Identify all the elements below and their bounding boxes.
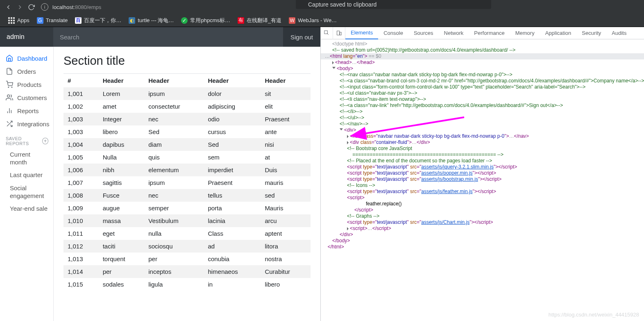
devtools-tabs: ElementsConsoleSourcesNetworkPerformance… [321, 27, 644, 39]
dashboard-icon [6, 55, 13, 62]
table-row: 1,014perinceptoshimenaeosCurabitur [63, 265, 311, 278]
toolbar-row: i localhost:8080/emps Capture saved to c… [0, 0, 644, 14]
bookmark-item[interactable]: 有在线翻译_有道 [235, 16, 284, 25]
bookmark-item[interactable]: GTranslate [34, 16, 70, 25]
search-wrap [53, 27, 283, 47]
site-info-icon[interactable]: i [41, 3, 48, 11]
saved-report-item[interactable]: Year-end sale [0, 203, 53, 216]
bookmark-item[interactable]: WWebJars - We… [286, 16, 339, 25]
url-host: localhost: [52, 4, 75, 10]
devtools-tab-performance[interactable]: Performance [469, 27, 510, 39]
orders-icon [6, 68, 13, 75]
inspect-element-icon[interactable] [321, 27, 333, 39]
clipboard-toast: Capture saved to clipboard [296, 0, 491, 9]
add-report-icon[interactable]: + [42, 138, 48, 144]
watermark: https://blog.csdn.net/weixin_44415928 [549, 312, 639, 318]
sidebar-item-reports[interactable]: Reports [0, 104, 53, 117]
data-table: #HeaderHeaderHeaderHeader 1,001Loremipsu… [63, 73, 311, 291]
table-row: 1,008Fuscenectellussed [63, 189, 311, 202]
admin-page: admin Sign out DashboardOrdersProductsCu… [0, 27, 320, 321]
reports-icon [6, 107, 13, 114]
sidebar-item-customers[interactable]: Customers [0, 91, 53, 104]
stage: admin Sign out DashboardOrdersProductsCu… [0, 27, 644, 321]
table-row: 1,003IntegernecodioPraesent [63, 113, 311, 125]
saved-report-item[interactable]: Last quarter [0, 169, 53, 182]
devtools-tab-console[interactable]: Console [378, 27, 408, 39]
table-row: 1,009auguesemperportaMauris [63, 202, 311, 214]
devtools-panel: ElementsConsoleSourcesNetworkPerformance… [320, 27, 644, 321]
table-row: 1,004dapibusdiamSednisi [63, 138, 311, 151]
url-port: 8080 [75, 4, 87, 10]
brand[interactable]: admin [0, 33, 53, 41]
bookmark-item[interactable]: Apps [6, 16, 32, 25]
svg-line-8 [7, 121, 9, 123]
table-row: 1,002ametconsecteturadipiscingelit [63, 100, 311, 113]
table-row: 1,001Loremipsumdolorsit [63, 87, 311, 100]
sidebar-item-dashboard[interactable]: Dashboard [0, 52, 53, 65]
integrations-icon [6, 120, 13, 127]
saved-reports-label: SAVED REPORTS [6, 136, 42, 146]
table-header-row: #HeaderHeaderHeaderHeader [63, 74, 311, 88]
sidebar-item-integrations[interactable]: Integrations [0, 117, 53, 130]
bookmarks-bar: AppsGTranslate百百度一下，你…◐turtle --- 海龟…✓常用… [0, 14, 644, 27]
table-row: 1,005Nullaquissemat [63, 151, 311, 164]
table-row: 1,007sagittisipsumPraesentmauris [63, 176, 311, 189]
bookmark-item[interactable]: ✓常用phpcms标… [179, 16, 233, 25]
col-header: Header [144, 74, 204, 88]
table-row: 1,015sodalesligulainlibero [63, 278, 311, 291]
page-topbar: admin Sign out [0, 27, 320, 47]
sidebar-item-orders[interactable]: Orders [0, 65, 53, 78]
table-row: 1,003liberoSedcursusante [63, 125, 311, 138]
table-row: 1,006nibhelementumimperdietDuis [63, 164, 311, 176]
devtools-tab-network[interactable]: Network [439, 27, 469, 39]
device-toolbar-icon[interactable] [333, 27, 345, 39]
elements-tree[interactable]: <!doctype html><!-- saved from url=(0052… [321, 39, 644, 321]
browser-chrome: i localhost:8080/emps Capture saved to c… [0, 0, 644, 27]
table-row: 1,013torquentperconubianostra [63, 253, 311, 265]
devtools-tab-application[interactable]: Application [540, 27, 577, 39]
col-header: Header [261, 74, 311, 88]
bookmark-item[interactable]: ◐turtle --- 海龟… [126, 16, 176, 25]
devtools-tab-audits[interactable]: Audits [606, 27, 632, 39]
url-path: /emps [87, 4, 101, 10]
sidebar: DashboardOrdersProductsCustomersReportsI… [0, 47, 54, 321]
saved-report-item[interactable]: Social engagement [0, 182, 53, 203]
reload-button[interactable] [25, 1, 37, 13]
svg-point-1 [11, 87, 12, 88]
table-row: 1,011egetnullaClassaptent [63, 227, 311, 240]
customers-icon [6, 94, 13, 101]
main-content: Section title #HeaderHeaderHeaderHeader … [54, 47, 320, 321]
sidebar-item-products[interactable]: Products [0, 78, 53, 91]
saved-report-item[interactable]: Current month [0, 148, 53, 169]
devtools-tab-security[interactable]: Security [576, 27, 606, 39]
devtools-tab-memory[interactable]: Memory [510, 27, 540, 39]
search-input[interactable] [53, 27, 283, 47]
products-icon [6, 81, 13, 88]
section-title: Section title [63, 54, 311, 68]
svg-point-2 [7, 95, 10, 97]
table-row: 1,010massaVestibulumlaciniaarcu [63, 214, 311, 227]
forward-button[interactable] [14, 1, 25, 13]
svg-rect-11 [340, 32, 341, 35]
devtools-tab-sources[interactable]: Sources [408, 27, 439, 39]
col-header: Header [204, 74, 261, 88]
saved-reports-header: SAVED REPORTS + [0, 130, 53, 148]
svg-rect-10 [337, 31, 340, 35]
signout-link[interactable]: Sign out [283, 27, 320, 47]
col-header: Header [99, 74, 145, 88]
bookmark-item[interactable]: 百百度一下，你… [73, 16, 124, 25]
table-body: 1,001Loremipsumdolorsit1,002ametconsecte… [63, 87, 311, 291]
svg-point-0 [8, 87, 9, 88]
table-row: 1,012tacitisociosquadlitora [63, 240, 311, 253]
col-header: # [63, 74, 99, 88]
back-button[interactable] [2, 1, 14, 13]
devtools-tab-elements[interactable]: Elements [345, 27, 378, 39]
